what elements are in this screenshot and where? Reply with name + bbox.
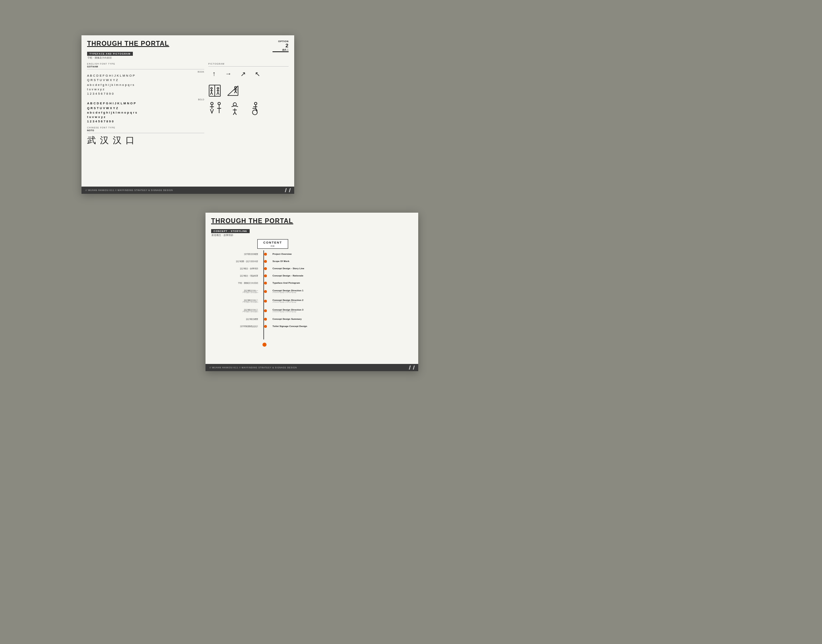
dot-6	[264, 290, 267, 293]
slide2-subtitle: CONCEPT - STORYLINE	[211, 229, 250, 233]
svg-line-29	[235, 112, 236, 115]
footer-line-4	[411, 366, 415, 370]
dot-3	[264, 267, 267, 270]
tl-item-7: 設計概念方向二 戶外范圍 ● 室內范圍 ●	[211, 296, 261, 306]
tl-item-5: 字框・圖像及方向前頭	[211, 279, 261, 286]
timeline-left-col: 洗手開項目概覽 設計範圍・設計項目內容 設計概念・故事情節 設計概念・理論框署 …	[211, 250, 261, 347]
tl-item-10: 洗手間範圍標誌設計	[211, 323, 261, 330]
slide1-title: THROUGH THE PORTAL	[87, 40, 169, 47]
svg-point-30	[254, 102, 257, 105]
dot-1	[264, 253, 267, 256]
svg-line-19	[236, 91, 237, 93]
arrow-up-icon: ↑	[208, 68, 220, 79]
footer-line-1	[281, 188, 287, 192]
svg-point-15	[235, 87, 237, 89]
svg-line-5	[212, 92, 213, 95]
tl-item-1: 洗手開項目概覽	[211, 250, 261, 258]
slide1-subtitle-cn: 字框・圖像及方向前頭	[87, 57, 169, 59]
footer-decoration-2	[405, 366, 414, 370]
alphabet-bold: A B C D E F G H I J K L M N O P Q R S T …	[87, 101, 204, 124]
pictogram-restroom	[208, 101, 289, 116]
tl-item-9: 設計概念總覽	[211, 315, 261, 323]
slide1-subtitle: TYPEFACE AND PICTOGRAM	[87, 52, 133, 56]
dot-8	[264, 309, 267, 312]
svg-point-22	[218, 102, 220, 105]
pictogram-arrows: ↑ → ↗ ↖	[208, 68, 289, 79]
chinese-section: CHINESE FONT TYPE NOTO 武 汉 汉 口	[87, 126, 204, 146]
tl-item-4: 設計概念・理論框署	[211, 272, 261, 279]
chinese-chars: 武 汉 汉 口	[87, 134, 204, 146]
svg-point-33	[252, 110, 257, 115]
svg-line-18	[234, 91, 236, 93]
svg-line-4	[210, 92, 212, 95]
content-label: CONTENT	[263, 241, 282, 244]
arrow-right-icon: →	[223, 68, 234, 79]
timeline: 洗手開項目概覽 設計範圍・設計項目內容 設計概念・故事情節 設計概念・理論框署 …	[211, 250, 413, 347]
footer-line-3	[405, 366, 411, 370]
slide1-option: OPTION 2 选式二	[273, 40, 289, 52]
typeface-panel: ENGLISH FONT TYPE GOTHAM BOOK A B C D E …	[87, 63, 204, 146]
dot-2	[264, 260, 267, 263]
escalator-icon	[226, 83, 240, 98]
slide-1: THROUGH THE PORTAL TYPEFACE AND PICTOGRA…	[81, 35, 294, 194]
pictogram-facilities-1	[208, 83, 289, 98]
slide1-header: THROUGH THE PORTAL TYPEFACE AND PICTOGRA…	[81, 35, 294, 59]
dot-4	[264, 274, 267, 277]
slide2-footer: // WUHAN HANKOU K11 // WAYFINDING STRATE…	[206, 364, 418, 371]
wheelchair-icon	[247, 101, 261, 116]
slide1-footer: // WUHAN HANKOU K11 // WAYFINDING STRATE…	[81, 187, 294, 194]
arrow-nw-icon: ↖	[252, 68, 263, 79]
slide2-title: THROUGH THE PORTAL	[211, 217, 293, 225]
svg-point-20	[211, 102, 213, 105]
svg-line-28	[233, 112, 235, 115]
timeline-dots	[261, 250, 269, 347]
dot-5	[264, 282, 267, 284]
family-icon	[228, 101, 242, 116]
dot-9	[264, 318, 267, 321]
restroom-icon	[208, 101, 223, 116]
tl-item-8: 設計概念方向三 戶外范圍 ● 室內范圍 ●	[211, 306, 261, 315]
svg-point-2	[211, 87, 212, 89]
slide2-content: CONTENT 目錄 洗手開項目概覽 設計範圍・設計項目內容 設計概念・故事情節	[206, 237, 418, 349]
svg-point-25	[233, 103, 236, 106]
footer-decoration	[281, 188, 290, 192]
pictogram-panel: PICTOGRAM ↑ → ↗ ↖	[208, 63, 289, 146]
svg-point-7	[217, 87, 219, 89]
timeline-right-col: Project Overview Scope Of Work Concept D…	[269, 250, 413, 347]
slide2-header: THROUGH THE PORTAL CONCEPT - STORYLINE 新…	[206, 213, 418, 237]
elevator-icon	[208, 83, 221, 98]
dot-10	[264, 325, 267, 328]
tl-item-2: 設計範圍・設計項目內容	[211, 258, 261, 265]
slide-2: THROUGH THE PORTAL CONCEPT - STORYLINE 新…	[206, 213, 418, 371]
alphabet-book: A B C D E F G H I J K L M N O P Q R S T …	[87, 73, 204, 96]
slide2-subtitle-cn: 新造概念・故事情節	[211, 234, 293, 237]
dot-7	[264, 300, 267, 303]
arrow-ne-icon: ↗	[237, 68, 248, 79]
content-cn: 目錄	[263, 245, 282, 247]
tl-item-6: 設計概念方向一 戶外范圍 ● 室內范圍 ●	[211, 286, 261, 296]
svg-line-9	[217, 92, 218, 95]
tl-item-3: 設計概念・故事情節	[211, 265, 261, 272]
footer-line-2	[287, 188, 291, 192]
slide1-content: ENGLISH FONT TYPE GOTHAM BOOK A B C D E …	[81, 59, 294, 150]
svg-line-10	[218, 92, 219, 95]
